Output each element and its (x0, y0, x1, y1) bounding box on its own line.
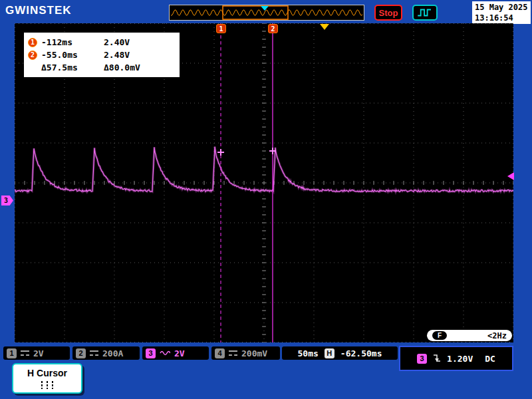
cursor2-time: -55.0ms (41, 50, 100, 60)
cursor1-voltage: 2.40V (104, 37, 130, 47)
channel1-scale: 2V (33, 348, 44, 358)
cursor-readout-panel: 1 -112ms 2.40V 2 -55.0ms 2.48V Δ57.5ms Δ… (24, 33, 180, 77)
ac-coupling-icon (160, 350, 170, 356)
date-text: 15 May 2025 (475, 2, 528, 13)
time-text: 13:16:54 (475, 13, 528, 23)
freq-value: <2Hz (487, 331, 507, 340)
h-cursor-menu-button[interactable]: H Cursor (12, 363, 82, 394)
cursor-lines-icon (39, 380, 55, 390)
horizontal-position: -62.50ms (340, 348, 382, 358)
channel1-status[interactable]: 1 2V (3, 346, 70, 360)
channel3-status[interactable]: 3 2V (142, 346, 209, 360)
brand-logo: GWINSTEK (5, 4, 72, 17)
cursor2-readout-row: 2 -55.0ms 2.48V (28, 49, 176, 61)
memory-preview-bar[interactable] (169, 5, 364, 21)
dc-coupling-icon (21, 350, 29, 356)
menu-button-label: H Cursor (27, 368, 67, 378)
memory-preview-waveform (170, 5, 364, 20)
timebase-status: 50ms H -62.50ms (282, 346, 398, 360)
oscilloscope-screen: GWINSTEK Stop 15 May 2025 13:16:54 1 -11… (0, 0, 532, 399)
trigger-mode-icon (412, 5, 438, 21)
trigger-source-badge: 3 (417, 354, 427, 364)
timebase-value: 50ms (298, 348, 319, 358)
delta-voltage: Δ80.0mV (104, 63, 140, 72)
dc-coupling-icon (229, 350, 237, 356)
cursor1-time: -112ms (41, 37, 100, 47)
trigger-position-marker[interactable] (320, 24, 329, 30)
trigger-status: 3 1.20V DC (399, 346, 513, 371)
channel4-scale: 200mV (241, 348, 267, 358)
cursor-delta-row: Δ57.5ms Δ80.0mV (28, 61, 176, 74)
channel4-status[interactable]: 4 200mV (211, 346, 280, 360)
trigger-edge-icon (432, 353, 442, 364)
square-wave-icon (416, 7, 434, 19)
frequency-readout: F <2Hz (427, 330, 512, 341)
trigger-level-marker[interactable] (507, 172, 514, 180)
cursor2-voltage: 2.48V (104, 50, 130, 60)
channel2-status[interactable]: 2 200A (72, 346, 140, 360)
channel3-ground-marker[interactable]: 3 (1, 196, 13, 205)
trigger-coupling: DC (485, 354, 495, 364)
cursor1-top-marker[interactable]: 1 (216, 24, 226, 33)
dc-coupling-icon (90, 350, 98, 356)
channel4-badge: 4 (215, 348, 225, 358)
cursor1-readout-row: 1 -112ms 2.40V (28, 36, 176, 49)
channel1-badge: 1 (7, 348, 17, 358)
cursor2-badge: 2 (28, 51, 37, 60)
acquisition-stop-badge[interactable]: Stop (374, 5, 402, 21)
datetime-display: 15 May 2025 13:16:54 (472, 1, 531, 24)
freq-icon: F (432, 331, 447, 340)
channel2-badge: 2 (76, 348, 86, 358)
horizontal-icon: H (325, 348, 334, 358)
channel3-scale: 2V (174, 348, 185, 358)
channel2-scale: 200A (102, 348, 123, 358)
cursor1-badge: 1 (28, 38, 37, 47)
delta-time: Δ57.5ms (41, 63, 100, 72)
trigger-level-value: 1.20V (447, 354, 473, 364)
channel3-badge: 3 (146, 348, 156, 358)
cursor2-top-marker[interactable]: 2 (268, 24, 278, 33)
